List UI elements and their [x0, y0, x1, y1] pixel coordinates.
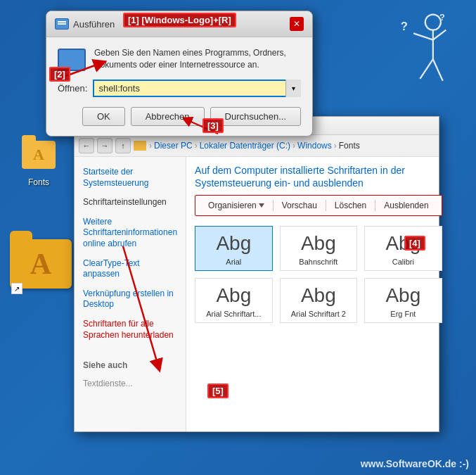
font-name-5: Arial Schriftart 2: [291, 310, 346, 318]
font-tile-6[interactable]: Abg Erg Fnt: [364, 278, 442, 323]
explorer-body: Startseite der Systemsteuerung Schriftar…: [75, 157, 439, 431]
explorer-window: C:\Windows\Fonts ← → ↑ › Dieser PC › Lok…: [74, 116, 439, 432]
font-name-4: Arial Schriftart...: [206, 310, 261, 318]
svg-text:?: ?: [439, 12, 445, 23]
font-preview-4: Abg: [216, 284, 251, 307]
explorer-toolbar: Organisieren Vorschau Löschen Ausblenden: [195, 195, 442, 216]
up-button[interactable]: ↑: [115, 138, 131, 153]
run-dialog-body: Geben Sie den Namen eines Programms, Ord…: [46, 37, 312, 136]
explorer-left-panel: Startseite der Systemsteuerung Schriftar…: [75, 157, 186, 431]
run-dropdown-button[interactable]: ▾: [285, 80, 301, 97]
run-input-label: Öffnen:: [58, 83, 87, 94]
font-tile-arial[interactable]: Abg Arial: [195, 226, 273, 271]
nav-download-fonts[interactable]: Schriftarten für alle Sprachen herunterl…: [75, 315, 186, 345]
font-tile-4[interactable]: Abg Arial Schriftart...: [195, 278, 273, 323]
annotation-4: [4]: [404, 236, 425, 251]
font-tile-5[interactable]: Abg Arial Schriftart 2: [280, 278, 358, 323]
toolbar-divider-3: [375, 200, 375, 211]
desktop-icon-label: Fonts: [28, 177, 49, 187]
nav-text-services[interactable]: Textdienste...: [75, 374, 186, 394]
svg-text:?: ?: [401, 20, 408, 33]
organize-dropdown-icon: [259, 203, 264, 208]
run-app-icon: [55, 18, 69, 30]
preview-button[interactable]: Vorschau: [275, 198, 324, 213]
breadcrumb-fonts: Fonts: [339, 141, 360, 151]
font-preview-arial: Abg: [216, 232, 251, 255]
hide-button[interactable]: Ausblenden: [377, 198, 435, 213]
run-description: Geben Sie den Namen eines Programms, Ord…: [94, 47, 301, 71]
close-button[interactable]: ✕: [290, 17, 304, 31]
font-preview-bahnschrift: Abg: [301, 232, 336, 255]
forward-button[interactable]: →: [97, 138, 112, 153]
toolbar-divider-2: [326, 200, 326, 211]
annotation-2: [2]: [49, 67, 70, 82]
desktop: ? ? A Fonts A ↗ Ausführen ✕ Geben: [0, 0, 476, 475]
run-dialog: Ausführen ✕ Geben Sie den Namen eines Pr…: [46, 11, 313, 137]
run-buttons: OK Abbrechen Durchsuchen...: [58, 107, 301, 126]
ok-button[interactable]: OK: [82, 107, 125, 126]
delete-button[interactable]: Löschen: [328, 198, 373, 213]
shortcut-arrow-icon: ↗: [11, 283, 22, 294]
browse-button[interactable]: Durchsuchen...: [210, 107, 301, 126]
font-preview-5: Abg: [301, 284, 336, 307]
nav-more-info[interactable]: Weitere Schriftarteninformationen online…: [75, 213, 186, 254]
font-tile-calibri[interactable]: Abg Calibri: [364, 226, 442, 271]
svg-line-4: [420, 59, 432, 79]
svg-line-3: [433, 30, 446, 40]
annotation-1: [1] [Windows-Logo]+[R]: [123, 13, 236, 27]
annotation-5: [5]: [207, 384, 229, 398]
svg-line-2: [413, 33, 433, 39]
organize-button[interactable]: Organisieren: [201, 198, 271, 213]
font-name-calibri: Calibri: [392, 258, 414, 266]
breadcrumb-windows[interactable]: Windows: [297, 141, 332, 151]
breadcrumb-folder-icon: [134, 141, 146, 151]
watermark: www.SoftwareOK.de :-): [361, 458, 469, 469]
nav-startpage[interactable]: Startseite der Systemsteuerung: [75, 163, 186, 193]
svg-line-5: [433, 59, 443, 80]
explorer-heading: Auf dem Computer installierte Schriftart…: [195, 164, 442, 189]
font-preview-6: Abg: [385, 284, 420, 307]
cancel-button[interactable]: Abbrechen: [131, 107, 205, 126]
font-name-6: Erg Fnt: [390, 310, 416, 318]
breadcrumb-local-disk[interactable]: Lokaler Datenträger (C:): [200, 141, 290, 151]
nav-create-shortcut[interactable]: Verknüpfung erstellen in Desktop: [75, 284, 186, 315]
nav-cleartype[interactable]: ClearType-Text anpassen: [75, 254, 186, 284]
annotation-3: [3]: [202, 118, 224, 133]
run-input-field[interactable]: [93, 80, 301, 97]
breadcrumb-dieser-pc[interactable]: Dieser PC: [154, 141, 193, 151]
large-folder-icon[interactable]: A ↗: [10, 239, 73, 296]
see-also-heading: Siehe auch: [75, 356, 186, 374]
back-button[interactable]: ←: [79, 138, 94, 153]
desktop-fonts-icon[interactable]: A Fonts: [14, 141, 63, 187]
explorer-navbar: ← → ↑ › Dieser PC › Lokaler Datenträger …: [75, 135, 439, 157]
run-dialog-title-text: Ausführen: [73, 19, 115, 30]
font-name-bahnschrift: Bahnschrift: [299, 258, 337, 266]
nav-font-settings[interactable]: Schriftarteinstellungen: [75, 193, 186, 213]
toolbar-divider-1: [273, 200, 274, 211]
svg-point-0: [425, 15, 441, 30]
font-tile-bahnschrift[interactable]: Abg Bahnschrift: [280, 226, 358, 271]
font-name-arial: Arial: [226, 258, 241, 266]
fonts-folder-icon: A: [22, 141, 56, 175]
stick-figure-icon: ? ?: [395, 11, 451, 95]
breadcrumb: › Dieser PC › Lokaler Datenträger (C:) ›…: [149, 141, 360, 151]
